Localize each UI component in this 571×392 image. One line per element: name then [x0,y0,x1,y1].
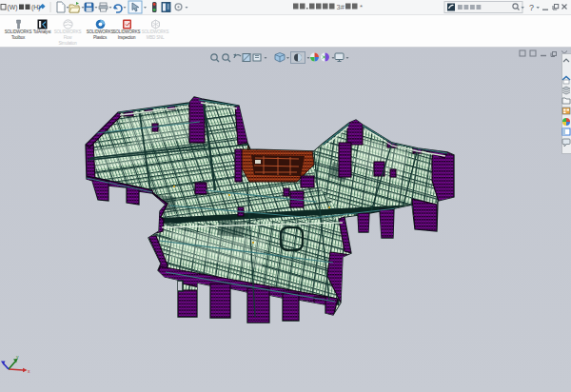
svg-text:SOLIDWORKS: SOLIDWORKS [87,29,114,34]
svg-text:y: y [16,354,19,360]
svg-text:?: ? [529,3,534,12]
svg-text:(W): (W) [8,4,18,11]
svg-text:3#: 3# [337,3,345,11]
svg-text:TolAnalyst: TolAnalyst [33,29,51,34]
svg-text:Plastics: Plastics [93,35,108,40]
svg-text:Toolbox: Toolbox [11,35,26,40]
svg-text:SOLIDWORKS: SOLIDWORKS [54,29,82,34]
svg-text:Flow: Flow [64,35,73,40]
svg-text:SOLIDWORKS: SOLIDWORKS [5,29,32,34]
svg-text:SOLIDWORKS: SOLIDWORKS [113,29,141,34]
svg-text:Simulation: Simulation [58,41,77,46]
svg-text:x: x [28,368,30,374]
svg-text:Inspection: Inspection [118,35,136,40]
svg-text:(H): (H) [31,4,40,11]
svg-text:MBD SNL: MBD SNL [147,35,165,40]
svg-text:SOLIDWORKS: SOLIDWORKS [142,29,169,34]
svg-text:*: * [360,3,363,11]
